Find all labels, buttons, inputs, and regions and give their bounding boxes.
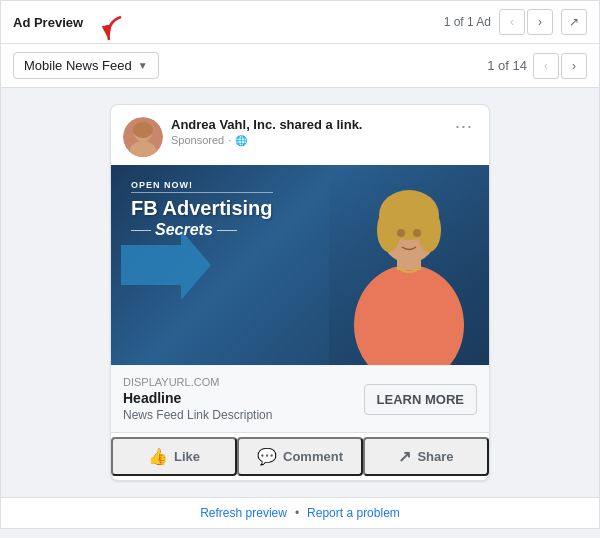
ad-preview-container: Ad Preview 1 of 1 Ad ‹ › ↗ <box>0 0 600 529</box>
placement-bar: Mobile News Feed ▼ 1 of 14 ‹ › <box>0 43 600 87</box>
shared-text: shared a <box>276 117 337 132</box>
globe-icon: 🌐 <box>235 135 247 146</box>
ad-link-section: displayurl.com Headline News Feed Link D… <box>111 365 489 432</box>
bottom-separator: • <box>295 506 299 520</box>
placement-label: Mobile News Feed <box>24 58 132 73</box>
svg-point-12 <box>397 229 405 237</box>
ad-image: OPEN NOW! FB Advertising Secrets <box>111 165 489 365</box>
secrets-text: Secrets <box>155 221 213 239</box>
preview-area: Andrea Vahl, Inc. shared a link. Sponsor… <box>0 87 600 498</box>
dash-right <box>217 230 237 231</box>
post-details: Sponsored · 🌐 <box>171 134 362 146</box>
like-label: Like <box>174 449 200 464</box>
chevron-down-icon: ▼ <box>138 60 148 71</box>
svg-point-4 <box>133 122 153 138</box>
page-info: 1 of 14 <box>487 58 527 73</box>
ad-headline: Headline <box>123 390 272 406</box>
ad-description: News Feed Link Description <box>123 408 272 422</box>
ad-link-left: displayurl.com Headline News Feed Link D… <box>123 376 272 422</box>
like-icon: 👍 <box>148 447 168 466</box>
ad-preview-title: Ad Preview <box>13 15 83 30</box>
post-header-left: Andrea Vahl, Inc. shared a link. Sponsor… <box>123 117 362 157</box>
link-word: link. <box>336 117 362 132</box>
avatar <box>123 117 163 157</box>
page-nav-arrows: ‹ › <box>533 53 587 79</box>
like-button[interactable]: 👍 Like <box>111 437 237 476</box>
display-url: displayurl.com <box>123 376 272 388</box>
comment-label: Comment <box>283 449 343 464</box>
ad-preview-bar: Ad Preview 1 of 1 Ad ‹ › ↗ <box>0 0 600 43</box>
comment-button[interactable]: 💬 Comment <box>237 437 363 476</box>
svg-point-10 <box>377 208 401 252</box>
ad-preview-right: 1 of 1 Ad ‹ › ↗ <box>444 9 587 35</box>
refresh-preview-link[interactable]: Refresh preview <box>200 506 287 520</box>
ad-count-label: 1 of 1 Ad <box>444 15 491 29</box>
comment-icon: 💬 <box>257 447 277 466</box>
svg-point-13 <box>413 229 421 237</box>
dash-left <box>131 230 151 231</box>
share-label: Share <box>417 449 453 464</box>
ad-title-line1: FB Advertising <box>131 197 273 219</box>
ad-nav-arrows: ‹ › <box>499 9 553 35</box>
pagination-right: 1 of 14 ‹ › <box>487 53 587 79</box>
fb-actions: 👍 Like 💬 Comment ↗ Share <box>111 432 489 480</box>
learn-more-button[interactable]: LEARN MORE <box>364 384 477 415</box>
person-svg <box>329 165 489 365</box>
ad-person-image <box>329 165 489 365</box>
ad-title-line2: Secrets <box>131 221 273 239</box>
share-icon: ↗ <box>398 447 411 466</box>
post-author: Andrea Vahl, Inc. shared a link. <box>171 117 362 132</box>
svg-point-6 <box>354 265 464 365</box>
chevron-left-icon: ‹ <box>544 59 548 73</box>
svg-marker-5 <box>121 230 211 300</box>
svg-point-11 <box>417 208 441 252</box>
share-button[interactable]: ↗ Share <box>363 437 489 476</box>
sponsored-label: Sponsored <box>171 134 224 146</box>
chevron-right-icon: › <box>572 59 576 73</box>
more-options-button[interactable]: ··· <box>451 117 477 135</box>
report-problem-link[interactable]: Report a problem <box>307 506 400 520</box>
ad-next-button[interactable]: › <box>527 9 553 35</box>
separator-dot: · <box>228 134 231 146</box>
bottom-links-bar: Refresh preview • Report a problem <box>0 498 600 529</box>
ad-prev-button[interactable]: ‹ <box>499 9 525 35</box>
ad-text-overlay: OPEN NOW! FB Advertising Secrets <box>131 180 273 239</box>
author-name: Andrea Vahl, Inc. <box>171 117 276 132</box>
open-now-text: OPEN NOW! <box>131 180 273 193</box>
external-link-button[interactable]: ↗ <box>561 9 587 35</box>
chevron-left-icon: ‹ <box>510 15 514 29</box>
placement-dropdown[interactable]: Mobile News Feed ▼ <box>13 52 159 79</box>
post-meta: Andrea Vahl, Inc. shared a link. Sponsor… <box>171 117 362 146</box>
chevron-right-icon: › <box>538 15 542 29</box>
fb-ad-card: Andrea Vahl, Inc. shared a link. Sponsor… <box>110 104 490 481</box>
page-next-button[interactable]: › <box>561 53 587 79</box>
page-prev-button[interactable]: ‹ <box>533 53 559 79</box>
arrow-shape <box>121 230 211 300</box>
post-header: Andrea Vahl, Inc. shared a link. Sponsor… <box>111 105 489 165</box>
external-link-icon: ↗ <box>569 15 579 29</box>
